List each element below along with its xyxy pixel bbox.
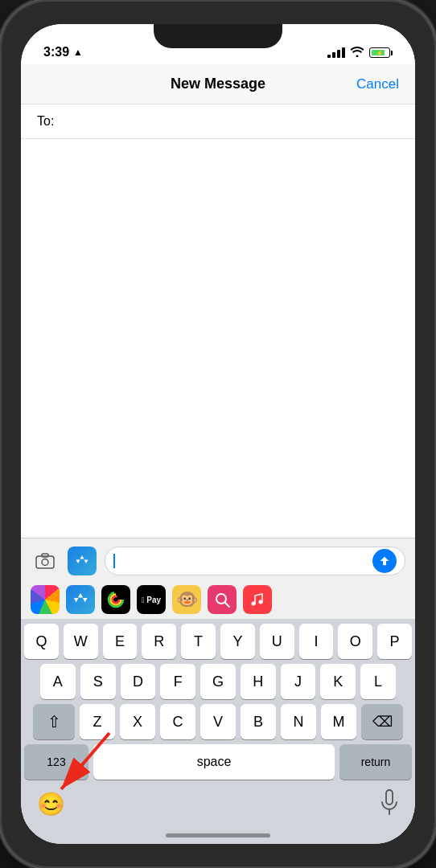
key-r[interactable]: R	[142, 624, 176, 659]
appstore-strip-icon[interactable]	[66, 585, 95, 614]
key-y[interactable]: Y	[220, 624, 255, 659]
search-app-icon[interactable]	[208, 585, 237, 614]
svg-line-7	[225, 603, 229, 607]
key-k[interactable]: K	[320, 664, 356, 699]
key-m[interactable]: M	[321, 704, 356, 739]
notch	[154, 24, 282, 48]
mic-key[interactable]	[380, 789, 399, 818]
keyboard-row-1: Q W E R T Y U I O P	[21, 619, 415, 659]
key-l[interactable]: L	[360, 664, 396, 699]
keyboard-row-3: ⇧ Z X C V B N M ⌫	[21, 699, 415, 739]
to-label: To:	[37, 114, 54, 129]
app-bar	[21, 538, 415, 580]
key-q[interactable]: Q	[24, 624, 59, 659]
key-d[interactable]: D	[121, 664, 156, 699]
message-area[interactable]	[21, 139, 415, 538]
battery-icon: ⚡	[369, 47, 393, 58]
svg-rect-0	[36, 556, 54, 568]
svg-point-6	[216, 594, 226, 604]
key-z[interactable]: Z	[80, 704, 115, 739]
return-key[interactable]: return	[339, 744, 412, 780]
emoji-key[interactable]: 😊	[37, 791, 65, 817]
signal-icon	[327, 47, 345, 58]
applepay-icon[interactable]:  Pay	[137, 585, 166, 614]
svg-point-1	[42, 559, 48, 566]
monkey-icon[interactable]: 🐵	[172, 585, 201, 614]
key-t[interactable]: T	[181, 624, 216, 659]
key-u[interactable]: U	[260, 624, 294, 659]
home-bar-indicator	[166, 833, 270, 837]
key-w[interactable]: W	[64, 624, 98, 659]
key-c[interactable]: C	[160, 704, 195, 739]
key-x[interactable]: X	[120, 704, 155, 739]
key-s[interactable]: S	[80, 664, 116, 699]
shift-key[interactable]: ⇧	[33, 704, 75, 739]
screen: 3:39 ▲	[21, 24, 415, 844]
key-a[interactable]: A	[40, 664, 76, 699]
key-b[interactable]: B	[241, 704, 276, 739]
keyboard-row-2: A S D F G H J K L	[21, 659, 415, 699]
key-g[interactable]: G	[200, 664, 236, 699]
wifi-icon	[350, 46, 364, 59]
svg-rect-12	[386, 790, 393, 805]
cancel-button[interactable]: Cancel	[356, 76, 399, 92]
message-input-bar[interactable]	[105, 547, 405, 575]
home-bar	[21, 826, 415, 844]
location-icon: ▲	[73, 47, 83, 58]
phone-inner: 3:39 ▲	[21, 24, 415, 844]
svg-point-5	[113, 596, 119, 603]
key-i[interactable]: I	[299, 624, 334, 659]
photos-app-icon[interactable]	[31, 585, 60, 614]
svg-point-8	[252, 602, 256, 606]
key-n[interactable]: N	[281, 704, 316, 739]
music-icon[interactable]	[243, 585, 272, 614]
numbers-key[interactable]: 123	[24, 744, 88, 780]
space-key[interactable]: space	[93, 744, 335, 780]
status-time: 3:39 ▲	[43, 45, 83, 59]
key-e[interactable]: E	[103, 624, 138, 659]
key-v[interactable]: V	[200, 704, 236, 739]
camera-icon[interactable]	[31, 547, 60, 575]
keyboard-bottom-row: 123 space return	[21, 739, 415, 784]
phone-frame: 3:39 ▲	[0, 0, 436, 868]
key-f[interactable]: F	[160, 664, 195, 699]
status-icons: ⚡	[327, 46, 393, 59]
svg-point-9	[259, 600, 263, 604]
nav-bar: New Message Cancel	[21, 64, 415, 104]
nav-title: New Message	[171, 76, 265, 92]
key-h[interactable]: H	[241, 664, 276, 699]
key-j[interactable]: J	[281, 664, 316, 699]
key-o[interactable]: O	[338, 624, 372, 659]
key-p[interactable]: P	[377, 624, 412, 659]
cursor	[113, 554, 115, 568]
keyboard-emoji-row: 😊	[21, 784, 415, 826]
delete-key[interactable]: ⌫	[361, 704, 403, 739]
to-field[interactable]: To:	[21, 104, 415, 139]
activity-icon[interactable]	[101, 585, 130, 614]
app-strip:  Pay 🐵	[21, 580, 415, 619]
svg-rect-2	[42, 554, 48, 557]
appstore-bar-icon[interactable]	[68, 547, 97, 575]
to-input[interactable]	[60, 114, 399, 129]
keyboard: Q W E R T Y U I O P A S D F G	[21, 619, 415, 844]
send-button[interactable]	[372, 549, 397, 573]
